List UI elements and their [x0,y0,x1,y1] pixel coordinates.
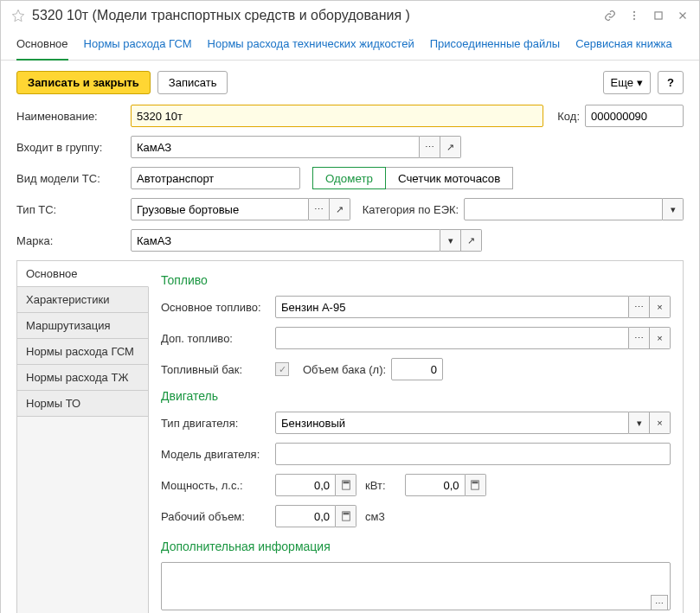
save-close-button[interactable]: Записать и закрыть [16,71,151,94]
svg-rect-7 [472,482,478,484]
tab-files[interactable]: Присоединенные файлы [430,32,561,60]
brand-label: Марка: [16,234,125,247]
tstype-label: Тип ТС: [16,203,125,216]
open-button[interactable]: ↗ [440,136,461,158]
additional-textarea[interactable] [161,562,671,610]
eek-input[interactable] [464,198,663,220]
additional-heading: Дополнительная информация [161,540,671,553]
tab-service[interactable]: Сервисная книжка [575,32,672,60]
cm3-label: см3 [365,510,385,523]
code-input[interactable] [585,105,684,127]
group-label: Входит в группу: [16,141,125,154]
displ-label: Рабочий объем: [161,510,270,523]
select-button[interactable]: ⋯ [309,198,330,220]
addfuel-input[interactable] [275,327,629,349]
svg-rect-5 [343,482,349,484]
odometer-toggle[interactable]: Одометр [312,167,386,189]
titlebar: 5320 10т (Модели транспортных средств и … [1,1,699,27]
chevron-down-icon: ▾ [637,76,643,89]
svg-point-1 [633,15,635,16]
window-title: 5320 10т (Модели транспортных средств и … [32,8,597,23]
modeltype-label: Вид модели ТС: [16,172,125,185]
open-button[interactable]: ↗ [330,198,350,220]
sidetab-main[interactable]: Основное [17,261,149,287]
calc-button[interactable] [336,505,356,527]
svg-rect-9 [343,513,349,515]
sidetab-gsm[interactable]: Нормы расхода ГСМ [17,339,149,365]
top-tabs: Основное Нормы расхода ГСМ Нормы расхода… [1,27,699,61]
help-button[interactable]: ? [658,71,684,94]
side-tabs: Основное Характеристики Маршрутизация Но… [17,261,149,613]
svg-point-0 [633,11,635,13]
tank-label: Топливный бак: [161,363,270,376]
sidetab-to[interactable]: Нормы ТО [17,391,149,417]
displ-input[interactable] [275,505,336,527]
power-hp-input[interactable] [275,474,336,496]
expand-button[interactable]: ⋯ [651,595,668,610]
open-button[interactable]: ↗ [461,229,482,252]
sidetab-tj[interactable]: Нормы расхода ТЖ [17,365,149,391]
enginetype-input[interactable] [275,412,629,434]
code-label: Код: [557,110,580,123]
select-button[interactable]: ⋯ [629,296,650,318]
maximize-icon[interactable] [652,10,665,22]
svg-point-2 [633,18,635,20]
engine-heading: Двигатель [161,389,671,403]
sidetab-chars[interactable]: Характеристики [17,287,149,313]
sidetab-routing[interactable]: Маршрутизация [17,313,149,339]
save-button[interactable]: Записать [157,71,228,94]
mainfuel-label: Основное топливо: [161,301,270,314]
enginemodel-label: Модель двигателя: [161,448,270,461]
select-button[interactable]: ⋯ [420,136,440,158]
addfuel-label: Доп. топливо: [161,332,270,345]
clear-button[interactable]: × [650,412,671,434]
name-input[interactable] [131,105,543,127]
calc-button[interactable] [466,474,486,496]
brand-input[interactable] [131,229,440,252]
dropdown-button[interactable]: ▾ [629,412,650,434]
kwt-label: кВт: [365,479,386,492]
group-input[interactable] [131,136,420,158]
volume-input[interactable] [391,358,443,380]
dropdown-button[interactable]: ▾ [663,198,684,220]
tank-checkbox[interactable]: ✓ [275,362,289,376]
enginetype-label: Тип двигателя: [161,417,270,430]
motohours-toggle[interactable]: Счетчик моточасов [385,167,513,189]
svg-rect-3 [655,12,662,19]
power-label: Мощность, л.с.: [161,479,270,492]
tstype-input[interactable] [131,198,309,220]
toolbar: Записать и закрыть Записать Еще ▾ ? [1,61,699,105]
close-icon[interactable] [677,10,689,22]
name-label: Наименование: [16,110,125,123]
more-button[interactable]: Еще ▾ [603,71,651,94]
enginemodel-input[interactable] [275,443,671,465]
dropdown-button[interactable]: ▾ [440,229,461,252]
kebab-icon[interactable] [628,10,640,22]
fuel-heading: Топливо [161,273,671,287]
tab-fluids[interactable]: Нормы расхода технических жидкостей [208,32,414,60]
eek-label: Категория по ЕЭК: [363,203,459,216]
power-kwt-input[interactable] [405,474,466,496]
link-icon[interactable] [604,10,616,22]
select-button[interactable]: ⋯ [629,327,650,349]
mainfuel-input[interactable] [275,296,629,318]
clear-button[interactable]: × [650,296,671,318]
calc-button[interactable] [336,474,356,496]
modeltype-input[interactable] [131,167,300,189]
volume-label: Объем бака (л): [303,363,386,376]
tab-gsm[interactable]: Нормы расхода ГСМ [84,32,192,60]
tab-main[interactable]: Основное [16,32,68,61]
clear-button[interactable]: × [650,327,671,349]
star-icon[interactable] [11,9,25,22]
